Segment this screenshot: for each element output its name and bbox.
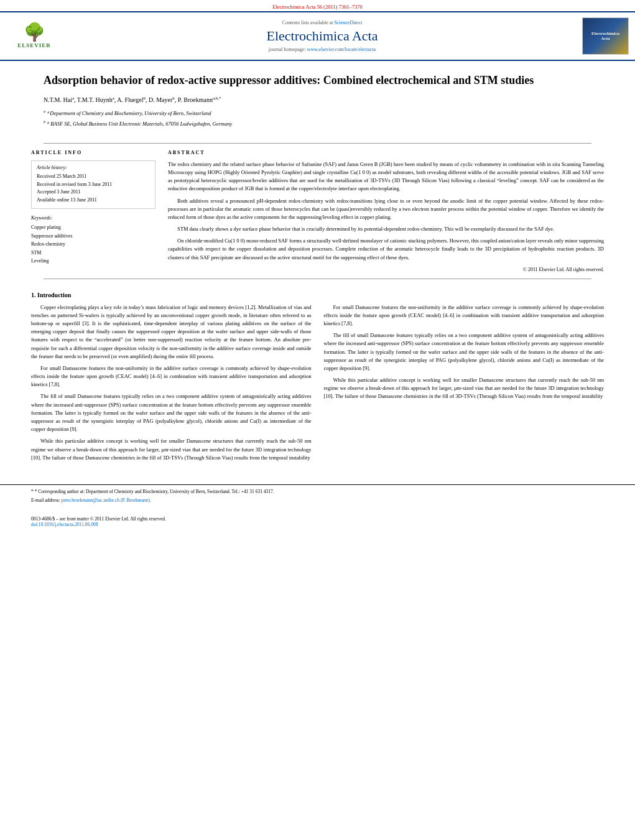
sciencedirect-link[interactable]: ScienceDirect [335, 20, 363, 25]
abstract-label: ABSTRACT [168, 150, 604, 155]
affiliation-a: a ᵃ Department of Chemistry and Biochemi… [44, 109, 591, 118]
keyword-2: Suppressor additives [31, 232, 155, 241]
contents-line: Contents lists available at ScienceDirec… [68, 20, 576, 25]
keyword-4: STM [31, 249, 155, 257]
intro-right-column: For small Damascene features the non-uni… [324, 303, 605, 466]
homepage-label: journal homepage: [269, 47, 306, 52]
journal-reference: Electrochimica Acta 56 (2011) 7361–7370 [0, 0, 635, 11]
intro-para-4: While this particular additive concept i… [31, 437, 312, 462]
abstract-column: ABSTRACT The redox chemistry and the rel… [168, 150, 604, 272]
elsevier-brand-text: ELSEVIER [17, 42, 51, 48]
available-online-date: Available online 13 June 2011 [37, 196, 150, 205]
intro-right-para-1: For small Damascene features the non-uni… [324, 303, 605, 328]
intro-left-column: Copper electroplating plays a key role i… [31, 303, 312, 466]
article-history-title: Article history: [37, 165, 150, 170]
intro-right-para-3: While this particular additive concept i… [324, 376, 605, 401]
section-divider [44, 143, 591, 144]
affiliation-b: b ᵇ BASF SE, Global Business Unit Electr… [44, 119, 591, 128]
page-footer: * * Corresponding author at: Department … [0, 484, 635, 504]
journal-homepage: journal homepage: www.elsevier.com/locat… [68, 47, 576, 52]
intro-para-2: For small Damascene features the non-uni… [31, 364, 312, 389]
page-wrapper: Electrochimica Acta 56 (2011) 7361–7370 … [0, 0, 635, 840]
article-info-column: ARTICLE INFO Article history: Received 2… [31, 150, 155, 272]
header-center: Contents lists available at ScienceDirec… [68, 20, 576, 52]
introduction-section: 1. Introduction Copper electroplating pl… [0, 285, 635, 472]
received-revised-date: Received in revised form 3 June 2011 [37, 181, 150, 189]
issn-line: 0013-4686/$ – see front matter © 2011 El… [31, 516, 166, 527]
introduction-columns: Copper electroplating plays a key role i… [31, 303, 604, 466]
abstract-para-3: STM data clearly shows a dye surface pha… [168, 225, 604, 233]
elsevier-logo: 🌳 ELSEVIER [6, 17, 62, 55]
journal-title: Electrochimica Acta [68, 28, 576, 44]
footnote-star-text: * Corresponding author at: Department of… [35, 489, 274, 494]
page-header: 🌳 ELSEVIER Contents lists available at S… [0, 11, 635, 61]
bottom-info: 0013-4686/$ – see front matter © 2011 El… [0, 510, 635, 533]
keyword-3: Redox-chemistry [31, 240, 155, 249]
intro-para-3: The fill of small Damascene features typ… [31, 392, 312, 433]
homepage-url[interactable]: www.elsevier.com/locate/electacta [307, 47, 376, 52]
abstract-para-4: On chloride-modified Cu(1 0 0) mono-redu… [168, 237, 604, 262]
article-info-abstract: ARTICLE INFO Article history: Received 2… [0, 150, 635, 272]
received-date: Received 25 March 2011 [37, 173, 150, 181]
elsevier-tree-icon: 🌳 [24, 24, 45, 41]
doi-text[interactable]: doi:10.1016/j.electacta.2011.06.008 [31, 522, 166, 527]
footnote-email: E-mail address: peter.broekmann@iac.unib… [31, 497, 604, 504]
introduction-title: 1. Introduction [31, 292, 604, 298]
keywords-section: Keywords: Copper plating Suppressor addi… [31, 215, 155, 265]
section-divider-2 [44, 279, 591, 279]
intro-para-1: Copper electroplating plays a key role i… [31, 303, 312, 361]
journal-logo-text: ElectrochimicaActa [591, 31, 619, 41]
issn-text: 0013-4686/$ – see front matter © 2011 El… [31, 516, 166, 522]
article-title: Adsorption behavior of redox-active supp… [44, 73, 591, 88]
abstract-para-1: The redox chemistry and the related surf… [168, 160, 604, 193]
accepted-date: Accepted 3 June 2011 [37, 188, 150, 196]
footnote-email-label: E-mail address: [31, 497, 60, 503]
journal-logo-right: ElectrochimicaActa [582, 17, 629, 55]
footnote-star: * * Corresponding author at: Department … [31, 488, 604, 495]
footnote-area: * * Corresponding author at: Department … [31, 488, 604, 504]
abstract-text: The redox chemistry and the related surf… [168, 160, 604, 262]
abstract-para-2: Both additives reveal a pronounced pH-de… [168, 197, 604, 222]
intro-right-para-2: The fill of small Damascene features typ… [324, 331, 605, 372]
article-info-label: ARTICLE INFO [31, 150, 155, 155]
copyright: © 2011 Elsevier Ltd. All rights reserved… [168, 267, 604, 272]
keyword-1: Copper plating [31, 223, 155, 232]
keywords-title: Keywords: [31, 215, 155, 221]
journal-ref-text: Electrochimica Acta 56 (2011) 7361–7370 [272, 4, 363, 10]
footnote-email-address[interactable]: peter.broekmann@iac.unibe.ch (P. Broekma… [62, 497, 151, 503]
article-history-box: Article history: Received 25 March 2011 … [31, 160, 155, 209]
keyword-5: Leveling [31, 257, 155, 265]
article-title-section: Adsorption behavior of redox-active supp… [0, 61, 635, 137]
contents-label: Contents lists available at [282, 20, 333, 25]
authors-line: N.T.M. Haia, T.M.T. Huynha, A. Fluegelb,… [44, 95, 591, 104]
